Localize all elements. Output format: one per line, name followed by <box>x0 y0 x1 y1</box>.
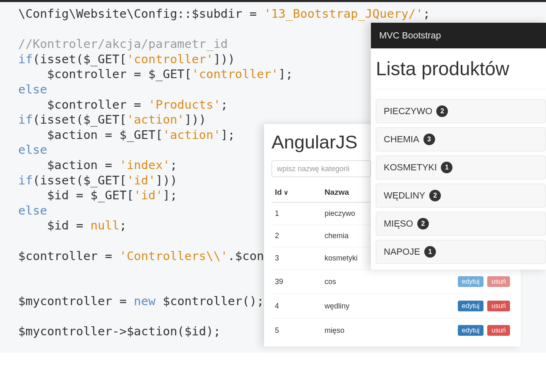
page-title: Lista produktów <box>376 57 546 80</box>
edit-button[interactable]: edytuj <box>458 301 484 311</box>
code-text: $controller = $_GET[ <box>18 67 192 81</box>
code-string: 'id' <box>127 173 156 187</box>
code-text: $mycontroller = <box>18 294 134 308</box>
code-keyword: if <box>18 173 33 187</box>
code-text: (isset($_GET[ <box>33 173 127 187</box>
code-keyword: else <box>18 203 47 218</box>
code-text: $controller = <box>18 98 148 112</box>
category-item-pieczywo[interactable]: PIECZYWO 2 <box>376 99 546 123</box>
count-badge: 2 <box>417 218 429 229</box>
category-label: WĘDLINY <box>384 190 425 201</box>
category-label: NAPOJE <box>384 246 420 257</box>
column-header-id[interactable]: Id∨ <box>272 183 321 202</box>
category-item-mieso[interactable]: MIĘSO 2 <box>376 212 546 236</box>
code-text: $id = <box>18 218 91 232</box>
code-text: ; <box>221 98 228 112</box>
code-text: ]; <box>279 67 293 81</box>
category-label: PIECZYWO <box>384 106 432 117</box>
category-item-kosmetyki[interactable]: KOSMETYKI 1 <box>376 155 546 179</box>
code-string: '13_Bootstrap_JQuery/' <box>264 7 423 21</box>
category-search-input[interactable] <box>272 160 371 177</box>
cell-id: 2 <box>272 225 321 247</box>
code-string: 'controller' <box>192 67 279 81</box>
category-item-chemia[interactable]: CHEMIA 3 <box>376 127 546 151</box>
mvc-navbar-brand[interactable]: MVC Bootstrap <box>371 23 546 48</box>
table-row: 5 mięso edytuj usuń <box>272 318 513 343</box>
code-text: (isset($_GET[ <box>33 112 127 127</box>
category-list: PIECZYWO 2 CHEMIA 3 KOSMETYKI 1 WĘDLINY … <box>376 99 546 264</box>
code-text: ])) <box>185 112 206 127</box>
mvc-bootstrap-panel: MVC Bootstrap Lista produktów PIECZYWO 2… <box>371 23 546 270</box>
category-label: CHEMIA <box>384 134 419 145</box>
category-item-napoje[interactable]: NAPOJE 1 <box>376 240 546 264</box>
code-text: $action = $_GET[ <box>18 128 163 142</box>
code-comment: //Kontroler/akcja/parametr_id <box>18 37 228 51</box>
code-string: 'index' <box>119 158 170 172</box>
delete-button[interactable]: usuń <box>487 325 510 336</box>
code-null: null <box>91 218 120 232</box>
code-text: ]; <box>221 128 235 142</box>
code-string: 'Products' <box>148 98 221 112</box>
code-text: $id = $_GET[ <box>18 188 134 202</box>
code-text: ; <box>170 158 177 172</box>
category-item-wedliny[interactable]: WĘDLINY 2 <box>376 184 546 208</box>
cell-id: 1 <box>272 202 321 225</box>
count-badge: 3 <box>423 134 435 145</box>
code-keyword: else <box>18 82 47 96</box>
code-text: $controller = <box>18 249 119 263</box>
count-badge: 1 <box>441 162 452 173</box>
code-text: ; <box>119 218 126 232</box>
cell-name: mięso <box>321 318 421 343</box>
table-row: 39 cos edytuj usuń <box>272 270 513 294</box>
delete-button[interactable]: usuń <box>487 276 510 287</box>
code-keyword: new <box>134 294 155 308</box>
code-text: ])) <box>156 173 177 187</box>
code-text: ]; <box>163 188 177 202</box>
cell-id: 4 <box>272 294 321 318</box>
count-badge: 2 <box>429 190 441 201</box>
category-label: KOSMETYKI <box>384 162 437 173</box>
code-string: 'action' <box>127 112 185 127</box>
code-text: (isset($_GET[ <box>33 52 127 66</box>
edit-button[interactable]: edytuj <box>458 276 484 287</box>
code-string: 'controller' <box>127 52 214 66</box>
edit-button[interactable]: edytuj <box>458 325 484 336</box>
delete-button[interactable]: usuń <box>487 301 510 311</box>
code-keyword: if <box>18 52 33 66</box>
code-text: $mycontroller->$action($id); <box>18 324 221 338</box>
code-text: ])) <box>213 52 235 66</box>
column-header-id-label: Id <box>275 188 282 196</box>
code-keyword: if <box>18 112 33 127</box>
divider <box>376 89 546 89</box>
sort-caret-down-icon: ∨ <box>284 189 289 196</box>
cell-id: 5 <box>272 318 321 343</box>
cell-name: cos <box>321 270 421 294</box>
code-string: 'Controllers\\' <box>119 249 228 263</box>
code-string: 'id' <box>134 188 163 202</box>
count-badge: 2 <box>436 105 448 117</box>
code-text: $action = <box>18 158 119 172</box>
code-text: $controller(); <box>156 294 264 308</box>
code-keyword: else <box>18 143 47 157</box>
cell-name: wędliny <box>321 294 421 318</box>
category-label: MIĘSO <box>384 218 413 229</box>
cell-id: 3 <box>272 247 321 270</box>
code-text: ; <box>423 7 430 21</box>
code-text: \Config\Website\Config::$subdir = <box>18 7 264 21</box>
code-string: 'action' <box>163 128 221 142</box>
cell-id: 39 <box>272 270 321 294</box>
count-badge: 1 <box>424 246 436 258</box>
table-row: 4 wędliny edytuj usuń <box>272 294 513 318</box>
